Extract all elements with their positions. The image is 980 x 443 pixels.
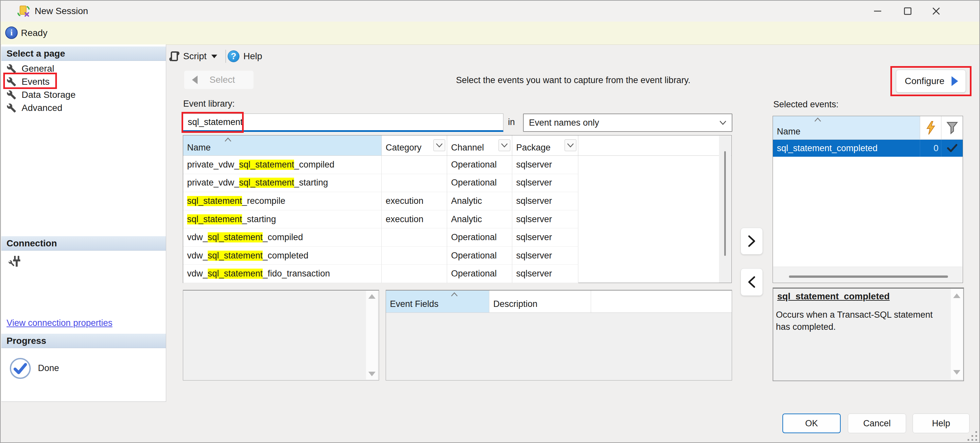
column-header-name[interactable]: Name — [773, 116, 920, 139]
scroll-up-icon[interactable] — [368, 294, 375, 299]
scroll-up-icon[interactable] — [953, 293, 960, 298]
search-scope-dropdown[interactable]: Event names only — [523, 113, 732, 132]
event-library-table: Name Category Channel Package private_vd… — [183, 135, 732, 283]
configure-button[interactable]: Configure — [896, 70, 966, 92]
selected-horizontal-scrollbar[interactable] — [773, 267, 963, 282]
event-fields-header-row: Event Fields Description — [386, 290, 732, 313]
sidebar-item-data-storage[interactable]: Data Storage — [1, 88, 166, 101]
library-table-header: Name Category Channel Package — [183, 135, 732, 156]
vertical-scrollbar[interactable] — [366, 291, 378, 379]
progress-status: Done — [38, 363, 59, 373]
column-header-description[interactable]: Description — [489, 290, 591, 312]
help-button[interactable]: Help — [913, 414, 969, 433]
ok-button[interactable]: OK — [783, 414, 841, 433]
column-header-channel[interactable]: Channel — [447, 135, 512, 155]
select-label: Select — [197, 75, 247, 85]
selected-event-row[interactable]: sql_statement_completed 0 — [773, 140, 963, 157]
forward-arrow-icon — [951, 76, 958, 86]
event-description-empty-panel — [183, 290, 379, 381]
script-button[interactable]: Script — [167, 48, 223, 64]
table-row[interactable]: vdw_sql_statement_compiled Operational s… — [183, 228, 719, 247]
wrench-icon — [6, 90, 16, 100]
selected-events-header: Name — [773, 116, 963, 140]
column-header-filler — [578, 135, 732, 155]
back-arrow-icon — [192, 76, 197, 84]
help-label: Help — [243, 51, 262, 62]
column-header-category[interactable]: Category — [382, 135, 447, 155]
event-fields-panel: Event Fields Description — [386, 290, 732, 381]
table-row[interactable]: private_vdw_sql_statement_starting Opera… — [183, 174, 719, 192]
sidebar: Select a page General Events Data Storag… — [1, 45, 166, 402]
search-highlight: sql_statement — [187, 196, 242, 206]
scrollbar-thumb[interactable] — [724, 151, 726, 256]
package-filter-button[interactable] — [565, 139, 576, 151]
column-header-event-fields[interactable]: Event Fields — [386, 290, 489, 312]
table-row[interactable]: sql_statement_recompile execution Analyt… — [183, 192, 719, 210]
select-nav-button[interactable]: Select — [184, 71, 253, 89]
help-icon: ? — [228, 50, 239, 62]
vertical-scrollbar[interactable] — [951, 289, 963, 379]
scrollbar-thumb[interactable] — [789, 276, 948, 278]
resize-grip[interactable] — [966, 430, 978, 442]
help-toolbar-button[interactable]: ? Help — [228, 48, 270, 64]
sidebar-item-label: Data Storage — [22, 90, 76, 100]
sort-asc-icon — [451, 292, 458, 297]
search-highlight: sql_statement — [208, 232, 262, 242]
check-icon — [947, 143, 958, 153]
chevron-down-icon — [436, 143, 443, 148]
sort-asc-icon — [224, 137, 232, 142]
search-highlight: sql_statement — [208, 251, 262, 261]
sidebar-item-label: Advanced — [22, 103, 62, 113]
remove-event-button[interactable] — [741, 268, 763, 296]
view-connection-properties-link[interactable]: View connection properties — [6, 318, 113, 328]
scroll-down-icon[interactable] — [953, 370, 960, 374]
cancel-button[interactable]: Cancel — [848, 414, 906, 433]
add-event-button[interactable] — [741, 228, 763, 255]
column-header-filter[interactable] — [942, 116, 963, 139]
chevron-down-icon — [501, 143, 508, 148]
selected-events-label: Selected events: — [773, 99, 839, 110]
info-icon: i — [5, 27, 18, 39]
column-header-name[interactable]: Name — [183, 135, 382, 155]
close-button[interactable] — [926, 1, 947, 21]
window-title: New Session — [35, 1, 88, 22]
event-description-text: Occurs when a Transact-SQL statement has… — [776, 309, 944, 333]
search-highlight: sql_statement — [187, 214, 242, 225]
maximize-button[interactable] — [897, 1, 918, 21]
selected-event-action-count: 0 — [934, 143, 939, 153]
search-highlight: sql_statement — [239, 178, 294, 188]
library-table-body: private_vdw_sql_statement_compiled Opera… — [183, 156, 719, 283]
category-filter-button[interactable] — [433, 139, 445, 151]
titlebar: New Session — [1, 1, 980, 22]
wrench-icon — [6, 64, 16, 73]
minimize-button[interactable] — [867, 1, 888, 21]
sort-asc-icon — [814, 118, 821, 122]
table-row[interactable]: vdw_sql_statement_fido_transaction Opera… — [183, 265, 719, 283]
event-library-label: Event library: — [183, 99, 235, 109]
search-highlight: sql_statement — [208, 269, 262, 279]
script-label: Script — [183, 51, 207, 62]
move-left-icon — [748, 276, 756, 288]
column-header-actions[interactable] — [920, 116, 942, 139]
column-header-package[interactable]: Package — [512, 135, 578, 155]
close-icon — [932, 6, 941, 16]
chevron-down-icon — [567, 143, 574, 148]
table-row[interactable]: vdw_sql_statement_completed Operational … — [183, 247, 719, 265]
maximize-icon — [903, 6, 912, 16]
instruction-text: Select the events you want to capture fr… — [456, 75, 690, 85]
table-row[interactable]: sql_statement_starting execution Analyti… — [183, 210, 719, 229]
table-row[interactable]: private_vdw_sql_statement_compiled Opera… — [183, 156, 719, 174]
chevron-down-icon[interactable] — [211, 55, 217, 58]
sidebar-item-advanced[interactable]: Advanced — [1, 101, 166, 115]
column-header-filler — [591, 290, 732, 312]
toolbar-separator — [225, 50, 226, 63]
chevron-down-icon — [719, 120, 727, 125]
status-text: Ready — [21, 22, 48, 45]
done-check-icon — [9, 357, 32, 379]
progress-header: Progress — [1, 334, 166, 348]
configure-label: Configure — [905, 76, 944, 86]
script-icon — [169, 50, 180, 62]
library-vertical-scrollbar[interactable] — [719, 136, 731, 283]
scroll-down-icon[interactable] — [368, 372, 375, 376]
channel-filter-button[interactable] — [498, 139, 510, 151]
